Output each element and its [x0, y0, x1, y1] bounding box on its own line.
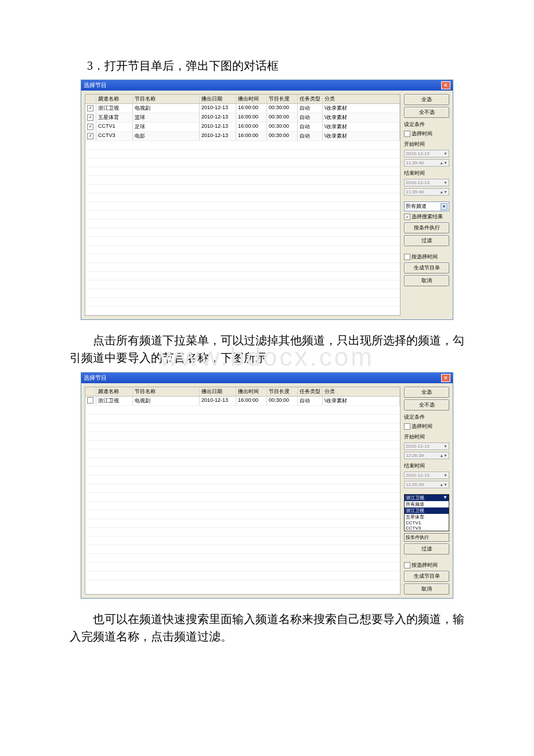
- col-length[interactable]: 节目长度: [267, 387, 298, 396]
- select-all-button[interactable]: 全选: [404, 387, 449, 398]
- choose-time-checkbox[interactable]: [404, 131, 410, 137]
- choose-time-checkbox[interactable]: [404, 423, 410, 430]
- col-type[interactable]: 任务类型: [298, 387, 323, 396]
- side-panel: 全选 全不选 设定条件 选择时间 开始时间 2010-12-13▼ 11:39:…: [404, 94, 449, 316]
- end-date-field[interactable]: 2010-12-13▼: [404, 179, 449, 186]
- step-heading: 3．打开节目单后，弹出下图的对话框: [87, 58, 499, 74]
- table-row[interactable]: ✓CCTV1足球2010-12-1316:00:0000:30:00自动\收录素…: [85, 123, 400, 132]
- start-date-field[interactable]: 2010-12-13▼: [404, 442, 449, 450]
- start-time-label: 开始时间: [404, 433, 449, 441]
- by-select-time-label: 按选择时间: [412, 253, 438, 261]
- select-none-button[interactable]: 全不选: [404, 399, 449, 411]
- search-result-label: 选择搜索结果: [412, 213, 443, 221]
- col-date[interactable]: 播出日期: [200, 387, 236, 396]
- end-time-field[interactable]: 12:26:39▲▼: [404, 481, 449, 488]
- col-channel[interactable]: 频道名称: [96, 95, 133, 103]
- table-row[interactable]: ✓浙江卫视电视剧2010-12-1316:00:0000:30:00自动\收录素…: [85, 104, 400, 113]
- channel-dropdown[interactable]: 所有频道▼: [404, 201, 449, 211]
- search-result-checkbox[interactable]: ✓: [404, 214, 410, 220]
- row-checkbox[interactable]: ✓: [87, 114, 93, 121]
- row-checkbox[interactable]: [87, 397, 93, 404]
- by-select-time-label: 按选择时间: [412, 561, 438, 569]
- paragraph-2: 也可以在频道快速搜索里面输入频道名称来搜索自己想要导入的频道，输入完频道名称，点…: [70, 610, 464, 645]
- start-time-label: 开始时间: [404, 141, 449, 148]
- channel-dropdown-open[interactable]: 浙江卫视▼ 所有频道浙江卫视五星体育CCTV1CCTV3: [404, 494, 449, 531]
- col-channel[interactable]: 频道名称: [96, 387, 133, 396]
- filter-button[interactable]: 过滤: [404, 235, 449, 246]
- select-none-button[interactable]: 全不选: [404, 107, 449, 118]
- close-icon[interactable]: ✕: [441, 81, 450, 89]
- exec-cut-label: 按条件执行: [404, 533, 449, 542]
- end-time-label: 结束时间: [404, 170, 449, 177]
- start-date-field[interactable]: 2010-12-13▼: [404, 150, 449, 157]
- row-checkbox[interactable]: ✓: [87, 133, 93, 139]
- col-length[interactable]: 节目长度: [267, 95, 298, 103]
- cancel-button[interactable]: 取消: [404, 584, 449, 595]
- select-program-dialog-1: 选择节目 ✕ 频道名称 节目名称 播出日期 播出时间 节目长度 任务类型 分类 …: [81, 80, 453, 320]
- list-header: 频道名称 节目名称 播出日期 播出时间 节目长度 任务类型 分类: [85, 95, 400, 104]
- generate-list-button[interactable]: 生成节目单: [404, 262, 449, 273]
- paragraph-1: 点击所有频道下拉菜单，可以过滤掉其他频道，只出现所选择的频道，勾引频道中要导入的…: [70, 332, 464, 366]
- choose-time-label: 选择时间: [412, 423, 432, 430]
- dropdown-option[interactable]: 浙江卫视: [405, 507, 449, 514]
- conditions-label: 设定条件: [404, 413, 449, 421]
- col-program[interactable]: 节目名称: [133, 95, 200, 103]
- table-row[interactable]: ✓CCTV3电影2010-12-1316:00:0000:30:00自动\收录素…: [85, 132, 400, 141]
- program-list: 频道名称 节目名称 播出日期 播出时间 节目长度 任务类型 分类 ✓浙江卫视电视…: [85, 94, 400, 316]
- titlebar: 选择节目 ✕: [81, 373, 453, 383]
- table-row[interactable]: 浙江卫视电视剧2010-12-1316:00:0000:30:00自动\收录素材: [85, 397, 400, 406]
- conditions-label: 设定条件: [404, 121, 449, 128]
- col-time[interactable]: 播出时间: [236, 387, 267, 396]
- dialog-title: 选择节目: [84, 81, 107, 89]
- program-list: 频道名称 节目名称 播出日期 播出时间 节目长度 任务类型 分类 浙江卫视电视剧…: [85, 387, 400, 595]
- end-date-field[interactable]: 2010-12-13▼: [404, 471, 449, 479]
- row-checkbox[interactable]: ✓: [87, 105, 93, 111]
- exec-condition-button[interactable]: 按条件执行: [404, 222, 449, 233]
- start-time-field[interactable]: 12:26:39▲▼: [404, 452, 449, 459]
- dropdown-option[interactable]: CCTV3: [405, 525, 449, 531]
- dialog-title: 选择节目: [84, 374, 107, 382]
- side-panel: 全选 全不选 设定条件 选择时间 开始时间 2010-12-13▼ 12:26:…: [404, 387, 449, 595]
- col-date[interactable]: 播出日期: [200, 95, 236, 103]
- list-header: 频道名称 节目名称 播出日期 播出时间 节目长度 任务类型 分类: [85, 387, 400, 397]
- close-icon[interactable]: ✕: [441, 374, 450, 382]
- cancel-button[interactable]: 取消: [404, 275, 449, 286]
- col-category[interactable]: 分类: [323, 95, 400, 103]
- end-time-label: 结束时间: [404, 462, 449, 470]
- col-category[interactable]: 分类: [323, 387, 400, 396]
- filter-button[interactable]: 过滤: [404, 543, 449, 555]
- row-checkbox[interactable]: ✓: [87, 124, 93, 130]
- titlebar: 选择节目 ✕: [81, 80, 453, 91]
- table-row[interactable]: ✓五星体育篮球2010-12-1316:00:0000:30:00自动\收录素材: [85, 113, 400, 123]
- col-time[interactable]: 播出时间: [236, 95, 267, 103]
- dropdown-option[interactable]: 五星体育: [405, 514, 449, 520]
- col-type[interactable]: 任务类型: [298, 95, 323, 103]
- by-select-time-checkbox[interactable]: [404, 254, 410, 260]
- end-time-field[interactable]: 11:39:40▲▼: [404, 188, 449, 196]
- col-program[interactable]: 节目名称: [133, 387, 200, 396]
- choose-time-label: 选择时间: [412, 130, 432, 138]
- dropdown-option[interactable]: CCTV1: [405, 520, 449, 525]
- dropdown-option[interactable]: 所有频道: [405, 501, 449, 507]
- generate-list-button[interactable]: 生成节目单: [404, 571, 449, 582]
- by-select-time-checkbox[interactable]: [404, 562, 410, 568]
- select-program-dialog-2: 选择节目 ✕ 频道名称 节目名称 播出日期 播出时间 节目长度 任务类型 分类 …: [81, 372, 453, 599]
- select-all-button[interactable]: 全选: [404, 94, 449, 105]
- start-time-field[interactable]: 11:39:40▲▼: [404, 159, 449, 167]
